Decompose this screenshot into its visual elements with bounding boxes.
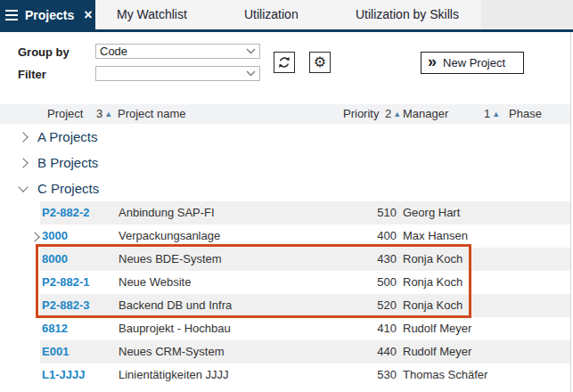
project-name-cell: Neue Website <box>119 271 191 294</box>
sort-asc-icon: ▲ <box>393 110 401 118</box>
tab-my-watchlist[interactable]: My Watchlist <box>117 0 187 29</box>
refresh-button[interactable] <box>274 52 295 73</box>
tab-bar-filler <box>481 0 573 29</box>
column-header-project-name[interactable]: Project name <box>118 104 186 124</box>
sort-badge-project: 3▲ <box>96 104 112 125</box>
expand-chevron-icon[interactable] <box>29 232 39 241</box>
manager-cell: Georg Hart <box>403 201 460 225</box>
priority-cell: 510 <box>343 201 397 225</box>
table-row[interactable]: L1-JJJJ Linientätigkeiten JJJJ 530 Thoma… <box>0 363 571 387</box>
priority-cell: 530 <box>343 363 397 387</box>
manager-cell: Ronja Koch <box>403 271 462 294</box>
table-row[interactable]: 6812 Bauprojekt - Hochbau 410 Rudolf Mey… <box>0 317 571 340</box>
table-row[interactable]: P2-882-1 Neue Website 500 Ronja Koch <box>0 271 571 294</box>
project-id-link[interactable]: P2-882-1 <box>42 271 89 294</box>
tab-underline <box>0 29 573 32</box>
project-id-link[interactable]: P2-882-2 <box>42 201 89 225</box>
manager-cell: Max Hansen <box>403 225 468 248</box>
sort-asc-icon: ▲ <box>104 110 112 118</box>
manager-cell: Thomas Schäfer <box>403 363 487 387</box>
project-id-link[interactable]: 6812 <box>42 317 68 340</box>
sort-badge-manager: 1▲ <box>484 104 500 125</box>
group-row-c-projects[interactable]: C Projects <box>0 176 571 201</box>
priority-cell: 400 <box>343 225 397 248</box>
tab-utilization-by-skills[interactable]: Utilization by Skills <box>356 0 459 29</box>
group-label: C Projects <box>37 181 99 196</box>
table-row[interactable]: P2-882-2 Anbindung SAP-FI 510 Georg Hart <box>0 201 571 225</box>
settings-button[interactable]: ⚙ <box>309 52 331 73</box>
tab-projects-label: Projects <box>25 8 74 22</box>
project-id-link[interactable]: L1-JJJJ <box>42 363 85 387</box>
manager-cell: Rudolf Meyer <box>403 317 471 340</box>
group-by-label: Group by <box>18 45 70 59</box>
group-by-select[interactable]: Code <box>95 44 260 59</box>
priority-cell: 430 <box>343 248 397 271</box>
column-header-manager[interactable]: Manager <box>403 104 448 124</box>
priority-cell: 440 <box>343 340 397 363</box>
table-row[interactable]: 8000 Neues BDE-System 430 Ronja Koch <box>0 248 571 271</box>
filter-label: Filter <box>18 68 46 81</box>
project-id-link[interactable]: 8000 <box>42 248 68 271</box>
chevron-right-icon[interactable] <box>18 132 28 142</box>
gear-icon: ⚙ <box>314 55 326 69</box>
priority-cell: 410 <box>343 317 397 340</box>
sort-badge-priority: 2▲ <box>385 104 401 125</box>
new-project-label: New Project <box>443 56 505 69</box>
new-project-button[interactable]: » New Project <box>421 52 524 74</box>
group-label: A Projects <box>37 129 98 144</box>
project-id-link[interactable]: P2-882-3 <box>42 294 89 317</box>
table-row[interactable]: E001 Neues CRM-System 440 Rudolf Meyer <box>0 340 571 363</box>
project-name-cell: Linientätigkeiten JJJJ <box>119 363 229 387</box>
project-name-cell: Verpackungsanlage <box>119 225 220 248</box>
chevron-right-icon[interactable] <box>18 158 28 167</box>
project-name-cell: Neues BDE-System <box>119 248 222 271</box>
group-row-a-projects[interactable]: A Projects <box>0 124 571 150</box>
table-body: A Projects B Projects C Projects P2-882-… <box>0 124 571 387</box>
refresh-icon <box>277 55 291 69</box>
project-id-link[interactable]: E001 <box>42 340 69 363</box>
tab-bar: Projects × My Watchlist Utilization Util… <box>0 0 573 32</box>
close-tab-icon[interactable]: × <box>84 8 92 22</box>
table-row[interactable]: P2-882-3 Backend DB und Infra 520 Ronja … <box>0 294 571 317</box>
menu-icon[interactable] <box>5 10 18 20</box>
priority-cell: 500 <box>343 271 397 294</box>
table-header: Project 3▲ Project name Priority 2▲ Mana… <box>0 104 571 124</box>
tab-projects[interactable]: Projects × <box>0 0 95 29</box>
project-name-cell: Anbindung SAP-FI <box>119 201 215 225</box>
group-label: B Projects <box>37 155 98 170</box>
project-name-cell: Backend DB und Infra <box>119 294 232 317</box>
project-name-cell: Bauprojekt - Hochbau <box>119 317 231 340</box>
sort-asc-icon: ▲ <box>492 110 500 118</box>
pane-right-border <box>570 32 571 392</box>
table-row[interactable]: 3000 Verpackungsanlage 400 Max Hansen <box>0 225 571 248</box>
project-id-link[interactable]: 3000 <box>42 225 68 248</box>
manager-cell: Ronja Koch <box>403 248 462 271</box>
column-header-project[interactable]: Project <box>47 104 83 124</box>
chevron-down-icon <box>246 48 256 54</box>
group-row-b-projects[interactable]: B Projects <box>0 150 571 176</box>
manager-cell: Ronja Koch <box>403 294 462 317</box>
double-chevron-icon: » <box>428 53 437 69</box>
column-header-priority[interactable]: Priority <box>343 104 379 124</box>
group-by-value: Code <box>100 45 246 58</box>
column-header-phase[interactable]: Phase <box>509 104 542 124</box>
manager-cell: Rudolf Meyer <box>403 340 471 363</box>
filter-select[interactable] <box>95 66 260 81</box>
chevron-down-icon[interactable] <box>18 182 28 192</box>
tab-utilization[interactable]: Utilization <box>244 0 299 29</box>
priority-cell: 520 <box>343 294 397 317</box>
projects-app-window: Projects × My Watchlist Utilization Util… <box>0 0 573 392</box>
project-name-cell: Neues CRM-System <box>119 340 224 363</box>
chevron-down-icon <box>246 70 256 77</box>
